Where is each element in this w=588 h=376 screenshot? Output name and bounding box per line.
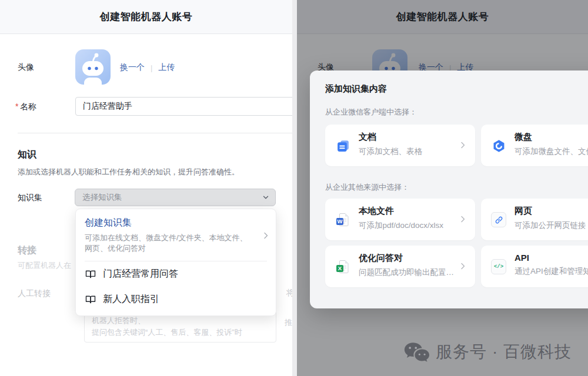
- card-title: 本地文件: [359, 206, 457, 217]
- card-desc: 可添加pdf/doc/docx/xlsx: [359, 220, 457, 231]
- transfer-description: 可配置机器人在: [18, 260, 71, 271]
- create-robot-form-panel: 创建智能机器人账号 头像: [0, 0, 292, 376]
- manual-transfer-label: 人工转接: [18, 288, 51, 299]
- chevron-right-icon: [262, 231, 269, 242]
- section-divider: [18, 133, 292, 133]
- chevron-down-icon: [262, 194, 269, 201]
- screen: 创建智能机器人账号 头像: [0, 0, 588, 376]
- word-file-icon: W: [335, 212, 350, 227]
- svg-text:W: W: [338, 218, 343, 224]
- card-desc: 通过API创建和管理知识库: [514, 266, 588, 277]
- knowledge-set-dropdown: 创建知识集 可添加在线文档、微盘文件/文件夹、本地文件、网页、优化问答对 门店经…: [75, 209, 276, 316]
- upload-avatar-link[interactable]: 上传: [158, 62, 175, 73]
- knowledge-set-option-2[interactable]: 新人入职指引: [76, 287, 276, 312]
- knowledge-set-option-1[interactable]: 门店经营常用问答: [76, 261, 276, 287]
- panel-gap: [292, 0, 297, 376]
- robot-avatar-icon: [75, 49, 111, 85]
- modal-card-wedrive[interactable]: 微盘 可添加微盘文件、文件夹: [481, 125, 588, 166]
- knowledge-heading: 知识: [18, 149, 36, 161]
- transfer-heading: 转接: [18, 244, 36, 257]
- knowledge-set-option-label: 新人入职指引: [103, 293, 159, 306]
- code-icon: </>: [491, 259, 506, 274]
- add-knowledge-modal: 添加知识集内容 从企业微信客户端中选择： 文档 可添加文档、表格: [310, 70, 588, 308]
- clipped-text: 推: [285, 317, 292, 328]
- watermark-text: 服务号 · 百微科技: [436, 341, 572, 363]
- modal-section1-label: 从企业微信客户端中选择：: [325, 107, 417, 118]
- name-input[interactable]: [75, 97, 292, 116]
- watermark: 服务号 · 百微科技: [403, 341, 572, 363]
- create-knowledge-set-desc: 可添加在线文档、微盘文件/文件夹、本地文件、网页、优化问答对: [85, 233, 254, 254]
- card-desc: 可添加文档、表格: [359, 146, 457, 157]
- modal-card-qa-pairs[interactable]: X 优化问答对 问题匹配成功即输出配置…: [325, 246, 475, 287]
- card-title: 微盘: [514, 132, 588, 143]
- book-icon: [85, 268, 96, 280]
- wechat-logo-icon: [403, 341, 430, 363]
- card-desc: 可添加微盘文件、文件夹: [514, 146, 588, 157]
- required-mark: *: [15, 102, 18, 111]
- robot-avatar[interactable]: [75, 49, 111, 85]
- clipped-text: 将: [286, 288, 292, 298]
- avatar-label: 头像: [18, 62, 34, 73]
- create-knowledge-set-title: 创建知识集: [85, 217, 267, 229]
- create-knowledge-set-option[interactable]: 创建知识集 可添加在线文档、微盘文件/文件夹、本地文件、网页、优化问答对: [76, 209, 276, 261]
- knowledge-set-select[interactable]: 选择知识集: [75, 189, 276, 206]
- avatar-actions: 换一个 | 上传: [120, 62, 175, 73]
- book-icon: [85, 294, 96, 306]
- card-title: 文档: [359, 132, 457, 143]
- card-desc: 问题匹配成功即输出配置…: [359, 267, 457, 278]
- knowledge-set-label: 知识集: [18, 193, 42, 203]
- knowledge-description: 添加或选择机器人职能和工作任务相关的知识，提升问答准确性。: [18, 167, 239, 177]
- page-title: 创建智能机器人账号: [100, 10, 193, 24]
- modal-card-docs[interactable]: 文档 可添加文档、表格: [325, 125, 475, 166]
- name-label: 名称: [20, 102, 36, 112]
- left-header: 创建智能机器人账号: [0, 0, 292, 34]
- chevron-right-icon: [459, 141, 466, 152]
- transfer-condition-line2: 提问包含关键词“人工、售后、客服、投诉”时: [92, 327, 269, 338]
- modal-title: 添加知识集内容: [325, 83, 387, 95]
- doc-icon: [335, 138, 350, 153]
- knowledge-set-option-label: 门店经营常用问答: [103, 268, 178, 280]
- modal-section2-label: 从企业其他来源中选择：: [325, 182, 409, 193]
- modal-card-local-file[interactable]: W 本地文件 可添加pdf/doc/docx/xlsx: [325, 199, 475, 240]
- excel-file-icon: X: [335, 259, 350, 274]
- select-placeholder: 选择知识集: [82, 192, 262, 203]
- chevron-right-icon: [459, 262, 466, 273]
- card-title: 优化问答对: [359, 253, 457, 264]
- change-avatar-link[interactable]: 换一个: [120, 62, 145, 73]
- link-separator: |: [151, 63, 152, 72]
- create-robot-dimmed-panel: 创建智能机器人账号 头像 换一个 | 上传: [297, 0, 588, 376]
- transfer-condition-line1: 机器人拒答时、: [92, 315, 269, 327]
- svg-text:X: X: [338, 265, 342, 271]
- wedrive-icon: [491, 138, 506, 153]
- card-desc: 可添加公开网页链接: [514, 220, 588, 231]
- card-title: API: [514, 253, 588, 263]
- modal-card-webpage[interactable]: 网页 可添加公开网页链接: [481, 199, 588, 240]
- link-icon: [491, 212, 506, 227]
- card-title: 网页: [514, 206, 588, 217]
- modal-card-api[interactable]: </> API 通过API创建和管理知识库: [481, 246, 588, 287]
- chevron-right-icon: [459, 215, 466, 226]
